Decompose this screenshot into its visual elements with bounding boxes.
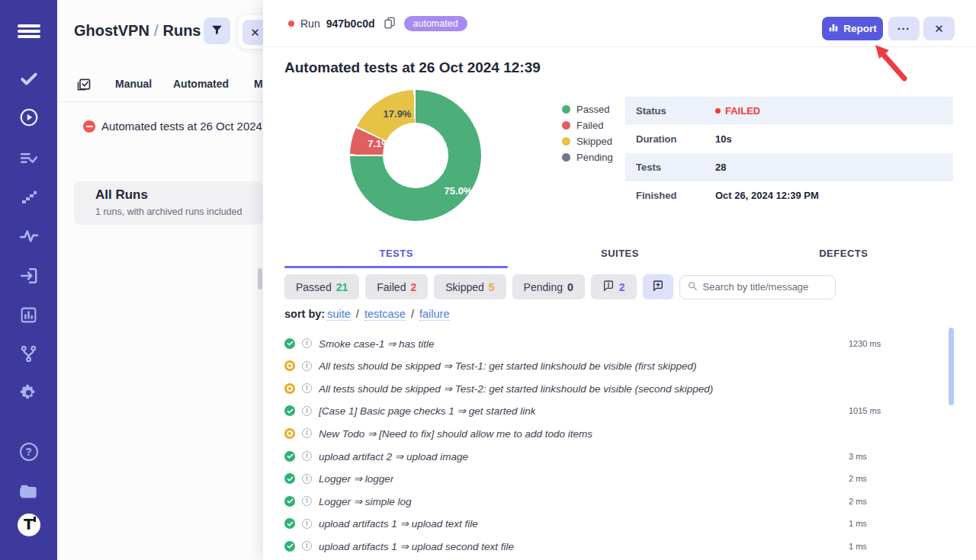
tab-defects[interactable]: DEFECTS [732, 242, 955, 268]
tests-list-scrollbar[interactable] [949, 328, 954, 405]
sort-options-slot: suite / testcase / failure [325, 308, 451, 320]
add-comment-button[interactable] [643, 274, 673, 299]
tab-automated[interactable]: Automated [173, 78, 229, 90]
test-info-icon[interactable]: ! [302, 519, 312, 529]
stat-row: StatusFAILED [625, 97, 953, 125]
tab-manual[interactable]: Manual [115, 78, 152, 90]
sort-separator: / [408, 308, 417, 320]
test-duration: 1 ms [849, 519, 867, 528]
test-row[interactable]: !Logger ⇒ logger2 ms [284, 467, 955, 490]
legend-label: Failed [576, 120, 603, 131]
test-info-icon[interactable]: ! [302, 383, 312, 393]
test-info-icon[interactable]: ! [302, 474, 312, 484]
skipped-status-icon [284, 428, 295, 439]
test-title: All tests should be skipped ⇒ Test-2: ge… [319, 382, 713, 395]
test-duration: 1 ms [849, 542, 867, 551]
run-list-item[interactable]: Automated tests at 26 Oct 2024 12:39 [57, 116, 263, 139]
checklist-icon[interactable] [0, 145, 57, 171]
select-runs-icon[interactable] [76, 77, 92, 95]
test-info-icon[interactable]: ! [302, 541, 312, 551]
filter-pending-button[interactable]: Pending0 [512, 274, 585, 299]
filter-label: Pending [524, 281, 563, 293]
runs-panel: GhostVPN/Runs ✕ Manual Automated Mixed A… [57, 0, 263, 560]
sort-row: sort by:suite / testcase / failure [284, 308, 452, 320]
check-icon[interactable] [0, 66, 57, 91]
legend-item[interactable]: Passed [562, 104, 613, 114]
report-chart-icon [828, 22, 839, 35]
test-row[interactable]: ![Case 1] Basic page checks 1 ⇒ get star… [284, 400, 955, 423]
passed-status-icon [284, 405, 295, 416]
copy-run-id-button[interactable] [381, 16, 398, 32]
test-info-icon[interactable]: ! [302, 428, 312, 438]
sort-option-failure[interactable]: failure [419, 308, 450, 321]
test-row[interactable]: !upload artifact 2 ⇒ upload image3 ms [284, 445, 955, 468]
slice-label-passed: 75.0% [445, 185, 473, 197]
test-duration: 2 ms [849, 497, 867, 506]
filter-skipped-button[interactable]: Skipped5 [434, 274, 506, 299]
test-title: Logger ⇒ simple log [319, 495, 412, 507]
test-row[interactable]: !Smoke case-1 ⇒ has title1230 ms [284, 332, 955, 355]
test-row[interactable]: !New Todo ⇒ [Need to fix] should allow m… [284, 422, 955, 445]
test-row[interactable]: !upload artifacts 1 ⇒ upload text file1 … [284, 512, 955, 535]
clear-filter-button[interactable]: ✕ [242, 20, 263, 45]
legend-item[interactable]: Failed [562, 120, 613, 130]
passed-status-icon [284, 473, 295, 484]
test-title: upload artifacts 1 ⇒ upload text file [319, 517, 478, 530]
comments-filter-button[interactable]: 2 [591, 274, 637, 299]
filter-pills-slot: Passed21Failed2Skipped5Pending0 [284, 274, 585, 299]
test-info-icon[interactable]: ! [302, 338, 312, 348]
sort-by-label: sort by: [284, 308, 325, 320]
tab-mixed[interactable]: Mixed [254, 78, 263, 90]
bar-chart-icon[interactable] [0, 302, 57, 328]
close-icon: ✕ [934, 22, 944, 36]
projects-folder-icon[interactable] [0, 478, 57, 504]
filter-passed-button[interactable]: Passed21 [284, 274, 359, 299]
search-icon [687, 280, 698, 294]
skipped-status-icon [284, 360, 295, 371]
donut-graphic[interactable] [350, 90, 481, 221]
app-logo[interactable]: T [0, 512, 57, 538]
play-circle-icon[interactable] [0, 104, 57, 130]
test-info-icon[interactable]: ! [302, 496, 312, 506]
steps-icon[interactable] [0, 184, 57, 210]
sign-in-icon[interactable] [0, 263, 57, 289]
search-input[interactable] [703, 281, 837, 293]
close-icon: ✕ [250, 26, 260, 40]
test-row[interactable]: !All tests should be skipped ⇒ Test-1: g… [284, 355, 955, 378]
filter-popover: ✕ [238, 15, 263, 49]
comment-alert-icon [602, 280, 615, 294]
report-button[interactable]: Report [822, 17, 883, 40]
legend-item[interactable]: Skipped [562, 136, 613, 146]
test-title: New Todo ⇒ [Need to fix] should allow me… [319, 427, 592, 440]
filter-button[interactable] [204, 18, 230, 44]
close-run-button[interactable]: ✕ [923, 17, 955, 40]
breadcrumb-project[interactable]: GhostVPN [74, 22, 149, 39]
sort-separator: / [353, 308, 362, 320]
all-runs-card[interactable]: All Runs 1 runs, with archived runs incl… [74, 181, 263, 225]
tab-suites[interactable]: SUITES [508, 242, 731, 268]
branches-icon[interactable] [0, 341, 57, 366]
test-row[interactable]: !upload artifacts 1 ⇒ upload second text… [284, 535, 955, 558]
filter-label: Skipped [445, 281, 484, 293]
test-row[interactable]: !Logger ⇒ simple log2 ms [284, 490, 955, 513]
sort-option-testcase[interactable]: testcase [364, 308, 406, 321]
more-options-button[interactable]: ··· [888, 17, 920, 40]
run-status-dot [288, 21, 294, 27]
tab-tests[interactable]: TESTS [284, 242, 508, 268]
legend-item[interactable]: Pending [562, 152, 613, 162]
test-row[interactable]: !All tests should be skipped ⇒ Test-2: g… [284, 377, 955, 400]
filter-label: Passed [296, 281, 332, 293]
test-title: Logger ⇒ logger [319, 472, 393, 485]
help-icon[interactable]: ? [0, 439, 57, 465]
run-tag-badge[interactable]: automated [404, 16, 467, 31]
test-info-icon[interactable]: ! [302, 451, 312, 461]
menu-icon[interactable] [0, 18, 57, 44]
runs-panel-scrollbar[interactable] [258, 268, 262, 290]
settings-gear-icon[interactable] [0, 379, 57, 405]
filter-failed-button[interactable]: Failed2 [365, 274, 428, 299]
test-info-icon[interactable]: ! [302, 361, 312, 371]
test-info-icon[interactable]: ! [302, 406, 312, 416]
comments-count: 2 [619, 281, 625, 293]
sort-option-suite[interactable]: suite [327, 308, 351, 321]
activity-icon[interactable] [0, 223, 57, 249]
